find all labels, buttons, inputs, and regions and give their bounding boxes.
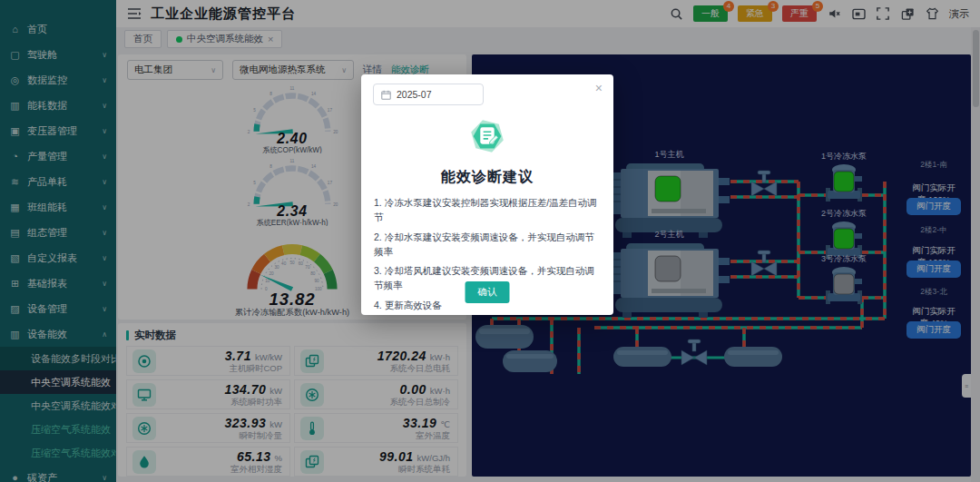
modal-title: 能效诊断建议 — [361, 168, 613, 187]
diagnosis-hexagon-icon — [464, 113, 511, 160]
suggestion-item: 1. 冷冻水泵建议安装控制器实现根据压差/温差自动调节 — [374, 195, 601, 225]
confirm-button[interactable]: 确认 — [466, 281, 510, 303]
month-picker[interactable]: 2025-07 — [373, 84, 484, 105]
close-icon[interactable]: × — [595, 82, 603, 94]
suggestion-item: 2. 冷却水泵建议安装变频调速设备，并实现自动调节频率 — [374, 230, 601, 260]
calendar-icon — [381, 90, 391, 100]
app-root: ⌂首页 ▢驾驶舱∨ ◎数据监控∨ ▥能耗数据∨ ▣变压器管理∨ ◔产量管理∨ ≋… — [0, 0, 980, 482]
diagnosis-modal: 2025-07 × 能效诊断建议 1. 冷冻水泵建议安装控制器实现根据压差/温差… — [361, 74, 613, 315]
